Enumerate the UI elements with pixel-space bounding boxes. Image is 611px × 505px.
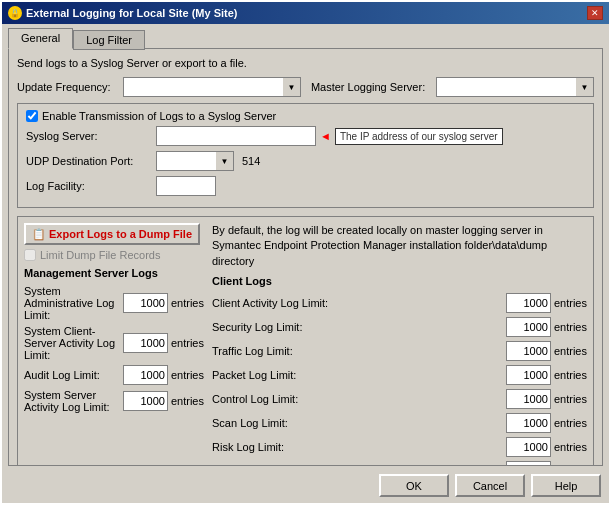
client-log-label: Traffic Log Limit: (212, 345, 506, 357)
dump-section: 📋 Export Logs to a Dump File Limit Dump … (17, 216, 594, 466)
client-log-input[interactable] (506, 341, 551, 361)
client-log-entries: entries (554, 297, 587, 309)
master-logging-label: Master Logging Server: (311, 81, 436, 93)
client-log-entries: entries (554, 321, 587, 333)
client-log-label: Packet Log Limit: (212, 369, 506, 381)
update-frequency-input[interactable]: 30 seconds (123, 77, 283, 97)
mgmt-log-label: System Administrative Log Limit: (24, 285, 123, 321)
limit-dump-row: Limit Dump File Records (24, 249, 204, 261)
mgmt-log-input[interactable] (123, 293, 168, 313)
udp-row: UDP Destination Port: UDP ▼ 514 (26, 151, 585, 171)
enable-syslog-checkbox[interactable] (26, 110, 38, 122)
syslog-annotation: The IP address of our syslog server (335, 128, 503, 145)
mgmt-log-row: System Client-Server Activity Log Limit:… (24, 325, 204, 361)
dump-left-col: 📋 Export Logs to a Dump File Limit Dump … (24, 223, 204, 466)
log-facility-label: Log Facility: (26, 180, 156, 192)
limit-dump-checkbox[interactable] (24, 249, 36, 261)
mgmt-log-label: Audit Log Limit: (24, 369, 123, 381)
client-log-label: Security Log Limit: (212, 321, 506, 333)
client-log-row: Client Activity Log Limit: entries (212, 293, 587, 313)
mgmt-log-input[interactable] (123, 333, 168, 353)
client-log-row: Control Log Limit: entries (212, 389, 587, 409)
dump-file-button[interactable]: 📋 Export Logs to a Dump File (24, 223, 200, 245)
tab-log-filter[interactable]: Log Filter (73, 30, 145, 50)
client-log-label: Proactive Threat Protection Log Limit: (212, 465, 506, 466)
client-log-entries: entries (554, 465, 587, 466)
dump-right-col: By default, the log will be created loca… (212, 223, 587, 466)
client-log-entries: entries (554, 441, 587, 453)
mgmt-log-row: System Server Activity Log Limit: entrie… (24, 389, 204, 413)
update-frequency-row: Update Frequency: 30 seconds ▼ Master Lo… (17, 77, 594, 97)
enable-syslog-label: Enable Transmission of Logs to a Syslog … (42, 110, 276, 122)
client-logs-container: Client Activity Log Limit: entries Secur… (212, 293, 587, 466)
client-log-label: Control Log Limit: (212, 393, 506, 405)
syslog-server-input[interactable]: 10.6.100.37 (156, 126, 316, 146)
client-log-entries: entries (554, 393, 587, 405)
client-log-input[interactable] (506, 389, 551, 409)
client-section-title: Client Logs (212, 275, 587, 287)
update-frequency-field: 30 seconds ▼ (123, 77, 301, 97)
port-number: 514 (242, 155, 260, 167)
mgmt-log-row: Audit Log Limit: entries (24, 365, 204, 385)
client-log-row: Packet Log Limit: entries (212, 365, 587, 385)
mgmt-log-entries: entries (171, 369, 204, 381)
master-logging-input[interactable]: AniketA (436, 77, 576, 97)
mgmt-log-entries: entries (171, 395, 204, 407)
mgmt-log-entries: entries (171, 337, 204, 349)
main-panel: Send logs to a Syslog Server or export t… (8, 48, 603, 466)
mgmt-log-label: System Client-Server Activity Log Limit: (24, 325, 123, 361)
mgmt-section-title: Management Server Logs (24, 267, 204, 279)
limit-dump-label: Limit Dump File Records (40, 249, 160, 261)
master-logging-dropdown[interactable]: ▼ (576, 77, 594, 97)
bottom-buttons: OK Cancel Help (2, 470, 609, 503)
client-log-row: Risk Log Limit: entries (212, 437, 587, 457)
ok-button[interactable]: OK (379, 474, 449, 497)
update-frequency-dropdown[interactable]: ▼ (283, 77, 301, 97)
client-log-input[interactable] (506, 365, 551, 385)
mgmt-log-row: System Administrative Log Limit: entries (24, 285, 204, 321)
mgmt-log-input[interactable] (123, 391, 168, 411)
client-log-entries: entries (554, 345, 587, 357)
mgmt-log-entries: entries (171, 297, 204, 309)
log-facility-row: Log Facility: 6 (26, 176, 585, 196)
mgmt-log-label: System Server Activity Log Limit: (24, 389, 123, 413)
main-window: 🔒 External Logging for Local Site (My Si… (0, 0, 611, 505)
syslog-server-row: Syslog Server: 10.6.100.37 ◄ The IP addr… (26, 126, 585, 146)
client-log-label: Risk Log Limit: (212, 441, 506, 453)
syslog-box: Enable Transmission of Logs to a Syslog … (17, 103, 594, 208)
tab-bar: General Log Filter (2, 24, 609, 48)
client-log-label: Client Activity Log Limit: (212, 297, 506, 309)
udp-input[interactable]: UDP (156, 151, 216, 171)
udp-dropdown[interactable]: ▼ (216, 151, 234, 171)
dump-info-text: By default, the log will be created loca… (212, 224, 547, 267)
client-log-input[interactable] (506, 317, 551, 337)
log-facility-input[interactable]: 6 (156, 176, 216, 196)
mgmt-logs-container: System Administrative Log Limit: entries… (24, 285, 204, 413)
udp-label: UDP Destination Port: (26, 155, 156, 167)
title-bar: 🔒 External Logging for Local Site (My Si… (2, 2, 609, 24)
client-log-entries: entries (554, 417, 587, 429)
enable-syslog-row: Enable Transmission of Logs to a Syslog … (26, 110, 585, 122)
description-text: Send logs to a Syslog Server or export t… (17, 57, 594, 69)
client-log-entries: entries (554, 369, 587, 381)
tab-general[interactable]: General (8, 28, 73, 49)
window-title: External Logging for Local Site (My Site… (26, 7, 237, 19)
client-log-row: Scan Log Limit: entries (212, 413, 587, 433)
client-log-input[interactable] (506, 461, 551, 466)
window-icon: 🔒 (8, 6, 22, 20)
syslog-server-label: Syslog Server: (26, 130, 156, 142)
update-frequency-label: Update Frequency: (17, 81, 123, 93)
client-log-input[interactable] (506, 437, 551, 457)
cancel-button[interactable]: Cancel (455, 474, 525, 497)
dump-icon: 📋 (32, 228, 46, 241)
client-log-label: Scan Log Limit: (212, 417, 506, 429)
client-log-row: Traffic Log Limit: entries (212, 341, 587, 361)
mgmt-log-input[interactable] (123, 365, 168, 385)
syslog-arrow: ◄ (320, 130, 331, 142)
client-log-row: Proactive Threat Protection Log Limit: e… (212, 461, 587, 466)
client-log-input[interactable] (506, 413, 551, 433)
close-button[interactable]: ✕ (587, 6, 603, 20)
client-log-row: Security Log Limit: entries (212, 317, 587, 337)
client-log-input[interactable] (506, 293, 551, 313)
help-button[interactable]: Help (531, 474, 601, 497)
